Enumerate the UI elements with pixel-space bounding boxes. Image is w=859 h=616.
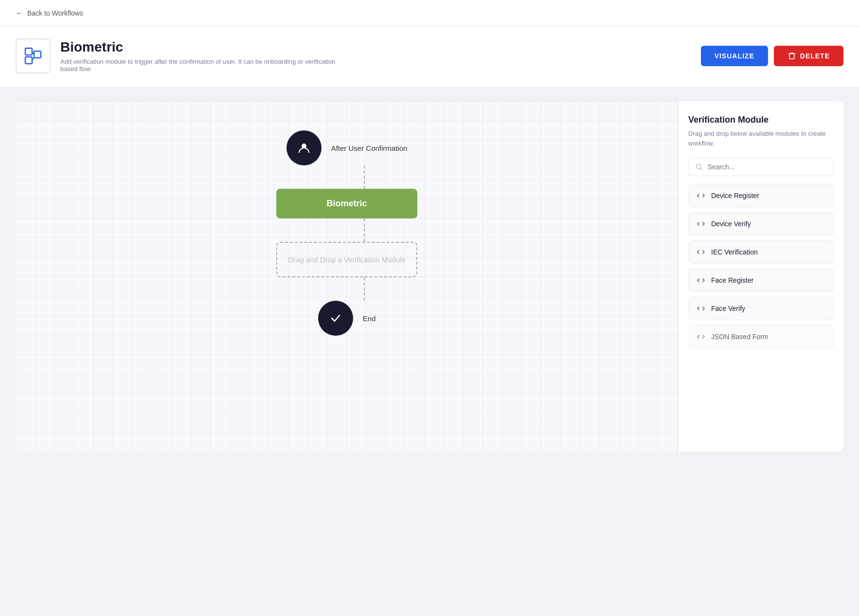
svg-rect-1 — [25, 57, 32, 64]
header-left: Biometric Add verification module to tri… — [16, 38, 342, 73]
module-name: Face Register — [711, 276, 753, 284]
canvas-content: After User Confirmation Biometric Drag a… — [16, 101, 678, 365]
back-label: Back to Workflows — [27, 9, 83, 17]
header-buttons: VISUALIZE DELETE — [701, 46, 843, 66]
module-code-icon — [697, 332, 705, 341]
end-node-row: End — [318, 301, 376, 336]
svg-rect-2 — [34, 51, 41, 58]
sidebar: Verification Module Drag and drop below … — [678, 101, 843, 452]
module-name: JSON Based Form — [711, 333, 768, 341]
trash-icon — [787, 52, 796, 60]
visualize-button[interactable]: VISUALIZE — [701, 46, 768, 66]
svg-rect-0 — [25, 48, 32, 55]
module-name: Device Register — [711, 192, 759, 199]
biometric-node[interactable]: Biometric — [276, 189, 417, 218]
workflow-icon-box — [16, 38, 51, 73]
end-node — [318, 301, 353, 336]
main-content: After User Confirmation Biometric Drag a… — [0, 88, 859, 465]
drop-zone-label: Drag and Drop a Verification Module — [288, 255, 406, 264]
sidebar-title: Verification Module — [688, 115, 834, 125]
module-code-icon — [697, 219, 705, 228]
header-text: Biometric Add verification module to tri… — [60, 39, 342, 72]
connector-2 — [364, 218, 365, 242]
module-name: IEC Verification — [711, 248, 758, 256]
module-name: Device Verify — [711, 220, 751, 228]
workflow-container: After User Confirmation Biometric Drag a… — [16, 101, 843, 452]
module-code-icon — [697, 276, 705, 285]
end-node-label: End — [363, 314, 376, 323]
connector-1 — [364, 165, 365, 189]
page-title: Biometric — [60, 39, 342, 55]
module-item[interactable]: Face Register — [688, 269, 834, 292]
module-item[interactable]: Device Verify — [688, 212, 834, 236]
sidebar-description: Drag and drop below available modules to… — [688, 129, 834, 148]
module-code-icon — [697, 304, 705, 313]
start-node — [286, 130, 322, 165]
module-item[interactable]: IEC Verification — [688, 240, 834, 264]
delete-button[interactable]: DELETE — [774, 46, 843, 66]
module-list: Device Register Device Verify IEC Verifi… — [688, 184, 834, 348]
user-icon — [296, 140, 312, 156]
module-item[interactable]: Face Verify — [688, 297, 834, 320]
search-icon — [696, 163, 703, 171]
canvas-area[interactable]: After User Confirmation Biometric Drag a… — [16, 101, 678, 452]
module-code-icon — [697, 248, 705, 256]
search-box[interactable] — [688, 158, 834, 176]
header-section: Biometric Add verification module to tri… — [0, 27, 859, 88]
drop-zone[interactable]: Drag and Drop a Verification Module — [276, 242, 417, 277]
start-node-row: After User Confirmation — [286, 130, 408, 165]
search-input[interactable] — [708, 163, 826, 171]
workflow-icon — [23, 46, 43, 66]
top-nav: ← Back to Workflows — [0, 0, 859, 27]
page-description: Add verification module to trigger after… — [60, 58, 342, 72]
module-code-icon — [697, 191, 705, 200]
module-item[interactable]: JSON Based Form — [688, 325, 834, 348]
back-link[interactable]: ← Back to Workflows — [16, 9, 83, 18]
start-node-label: After User Confirmation — [331, 144, 408, 152]
connector-3 — [364, 277, 365, 301]
module-name: Face Verify — [711, 305, 745, 312]
biometric-label: Biometric — [326, 199, 367, 208]
module-item[interactable]: Device Register — [688, 184, 834, 207]
check-icon — [329, 311, 342, 325]
back-arrow-icon: ← — [16, 9, 23, 18]
